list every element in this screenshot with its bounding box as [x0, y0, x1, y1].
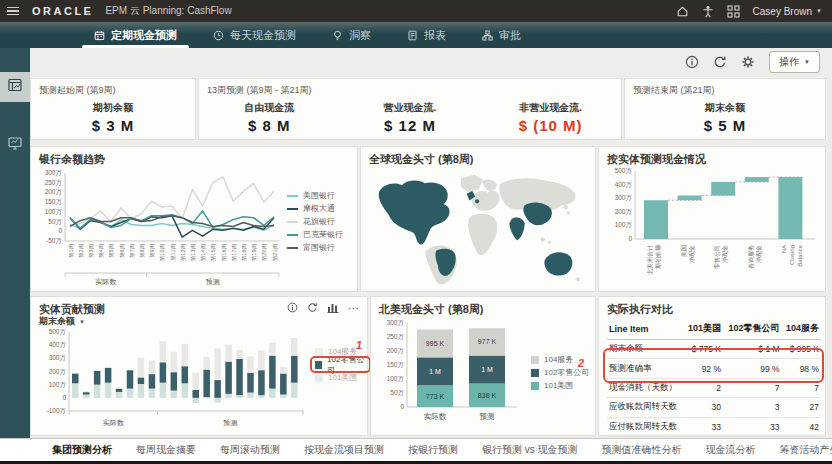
- legend-swatch: [315, 374, 323, 382]
- svg-text:第14周: 第14周: [200, 244, 206, 261]
- legend-item[interactable]: 美国银行: [287, 189, 343, 202]
- table-cell: 7: [782, 378, 821, 397]
- home-icon[interactable]: [676, 5, 689, 18]
- legend-item[interactable]: 富国银行: [287, 241, 343, 254]
- svg-text:200万: 200万: [49, 368, 67, 375]
- region-new-zealand: [576, 277, 580, 281]
- measure-label: 期末余额: [39, 316, 75, 326]
- dashboard-tab-1[interactable]: 集团预测分析: [40, 443, 124, 457]
- region-indonesia-east: [548, 241, 551, 244]
- actual-execution-table: Line Item101美国102零售公司104服务期末余额$ 775 K$ 1…: [607, 319, 821, 437]
- info-icon[interactable]: [685, 55, 699, 69]
- column-header: 101美国: [684, 319, 723, 340]
- actions-label: 操作: [779, 55, 799, 69]
- region-greenland: [461, 175, 483, 193]
- legend-item[interactable]: 花旗银行: [287, 215, 343, 228]
- nav-tab-3[interactable]: 洞察: [314, 22, 389, 48]
- kpi-value: $ 8 M: [248, 117, 291, 134]
- kpi-item: 营业现金流.$ 12 M: [340, 99, 481, 135]
- legend-item[interactable]: 巴克莱银行: [287, 228, 343, 241]
- kpi-card-title: 预测起始周 (第9周): [39, 84, 116, 97]
- table-cell: 99 %: [723, 359, 782, 378]
- dashboard-tab-7[interactable]: 预测值准确性分析: [590, 443, 694, 457]
- panel-title: 实际执行对比: [607, 302, 673, 317]
- table-row: 现金消耗（天数）277: [607, 378, 821, 397]
- svg-text:773 K: 773 K: [426, 393, 445, 400]
- dashboard-tab-3[interactable]: 每周滚动预测: [208, 443, 292, 457]
- svg-text:第11周: 第11周: [170, 244, 176, 261]
- svg-text:第4周: 第4周: [98, 244, 104, 258]
- bank-trend-legend: 美国银行摩根大通花旗银行巴克莱银行富国银行: [287, 189, 343, 254]
- svg-text:第3周: 第3周: [88, 244, 94, 258]
- entity-contribution-chart: -100万0100万200万300万400万500万实际数预测: [31, 327, 307, 435]
- legend-item[interactable]: 摩根大通: [287, 202, 343, 215]
- epm-cashflow-dashboard: ORACLE EPM 云 Planning: CashFlow Casey Br…: [0, 0, 832, 464]
- dashboard-tab-8[interactable]: 现金流分析: [694, 443, 768, 457]
- svg-text:第12周: 第12周: [180, 244, 186, 261]
- svg-text:995 K: 995 K: [426, 340, 445, 347]
- nav-tab-5[interactable]: 审批: [464, 22, 539, 48]
- primary-nav: 定期现金预测每天现金预测洞察报表审批: [0, 22, 832, 48]
- table-cell: $ 1 M: [723, 340, 782, 359]
- panel-entity-contribution: 实体贡献预测 ⋯ 期末余额▼ -100万0100万200万300万400万500…: [30, 296, 368, 436]
- table-cell: 92 %: [684, 359, 723, 378]
- dashboard-tab-9[interactable]: 筹资活动产生的现金: [768, 443, 832, 457]
- dashboard-tab-6[interactable]: 银行预测 vs 现金预测: [470, 443, 590, 457]
- chevron-down-icon: ▼: [816, 8, 822, 14]
- svg-text:第16周: 第16周: [221, 244, 227, 261]
- table-cell: $ 775 K: [684, 340, 723, 359]
- legend-item[interactable]: 102零售公司: [315, 358, 367, 371]
- table-cell: $ 995 K: [782, 340, 821, 359]
- nav-tab-1[interactable]: 定期现金预测: [76, 22, 195, 48]
- svg-text:第7周: 第7周: [129, 244, 135, 258]
- region-india: [509, 217, 524, 240]
- svg-text:第13周: 第13周: [190, 244, 196, 261]
- svg-text:200万: 200万: [615, 208, 633, 215]
- entity-waterfall-chart: 0100万200万300万400万500万北美洲合计期初余额美国净现金零售公司净…: [603, 165, 823, 291]
- region-africa: [468, 214, 497, 255]
- sidebar-item-dashboards[interactable]: [0, 72, 30, 102]
- approvals-icon: [482, 30, 493, 41]
- legend-swatch: [531, 356, 539, 364]
- legend-swatch: [315, 348, 323, 356]
- settings-gear-icon[interactable]: [741, 55, 755, 69]
- refresh-icon[interactable]: [713, 55, 727, 69]
- svg-text:0: 0: [58, 227, 62, 234]
- kpi-value: $ 5 M: [704, 117, 747, 134]
- app-grid-icon[interactable]: [727, 5, 740, 18]
- svg-text:-50万: -50万: [46, 237, 62, 244]
- legend-swatch: [287, 221, 298, 223]
- actions-button[interactable]: 操作 ▼: [769, 51, 820, 73]
- nav-tab-4[interactable]: 报表: [389, 22, 464, 48]
- chart-type-icon[interactable]: [327, 302, 339, 313]
- refresh-icon[interactable]: [307, 302, 318, 313]
- hamburger-menu-icon[interactable]: [0, 7, 26, 16]
- legend-item[interactable]: 101美国: [315, 371, 367, 384]
- svg-text:300万: 300万: [615, 194, 633, 201]
- legend-label: 美国银行: [303, 190, 335, 201]
- svg-text:第6周: 第6周: [119, 244, 125, 258]
- svg-text:300万: 300万: [49, 354, 67, 361]
- nav-tab-2[interactable]: 每天现金预测: [195, 22, 314, 48]
- dashboard-tab-4[interactable]: 按现金流项目预测: [292, 443, 396, 457]
- info-icon[interactable]: [287, 302, 298, 313]
- dashboard-tab-5[interactable]: 按银行预测: [396, 443, 470, 457]
- kpi-card-forecast-end: 预测结束周 (第21周) 期末余额$ 5 M: [624, 78, 826, 140]
- dashboard-tab-2[interactable]: 每周现金摘要: [124, 443, 208, 457]
- legend-swatch: [287, 195, 298, 197]
- svg-text:第21周: 第21周: [272, 244, 278, 261]
- svg-text:第18周: 第18周: [241, 244, 247, 261]
- svg-text:实际数: 实际数: [103, 419, 125, 427]
- sidebar-item-infolets[interactable]: [0, 130, 30, 160]
- accessibility-icon[interactable]: [702, 5, 714, 18]
- svg-text:预测: 预测: [206, 278, 220, 286]
- legend-item[interactable]: 101美国: [531, 379, 589, 392]
- legend-swatch: [287, 234, 298, 236]
- region-benelux: [475, 199, 479, 203]
- legend-swatch: [531, 369, 539, 377]
- more-menu-icon[interactable]: ⋯: [348, 305, 359, 311]
- oracle-logo: ORACLE: [32, 5, 93, 17]
- svg-text:150万: 150万: [387, 361, 405, 368]
- user-menu[interactable]: Casey Brown ▼: [753, 6, 822, 17]
- svg-text:第15周: 第15周: [210, 244, 216, 261]
